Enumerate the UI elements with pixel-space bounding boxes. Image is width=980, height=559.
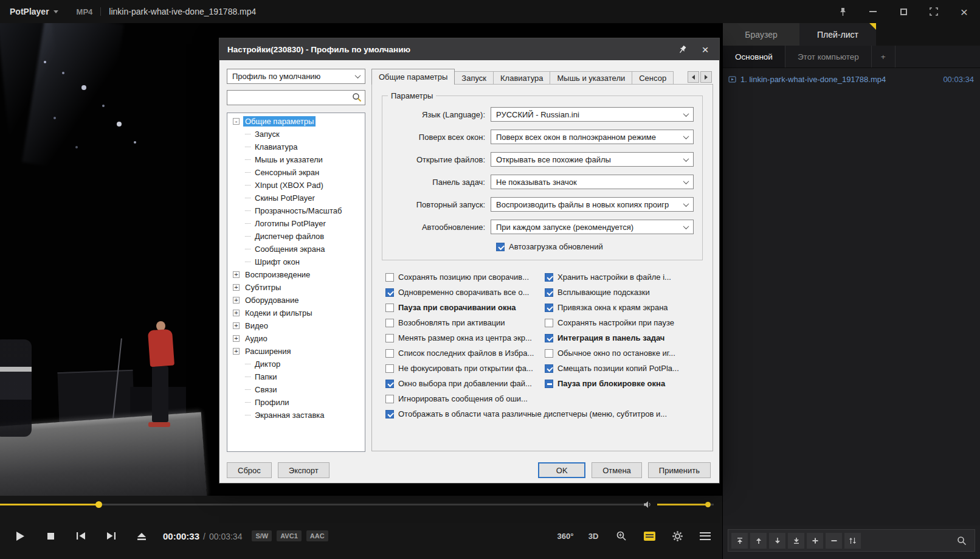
remove-item-button[interactable] [826, 533, 842, 549]
pin-button[interactable] [837, 5, 849, 18]
eject-button[interactable] [126, 523, 157, 549]
checkbox[interactable] [545, 364, 553, 373]
maximize-button[interactable] [897, 5, 909, 18]
checkbox-row[interactable]: Возобновлять при активации [385, 318, 545, 327]
checkbox-row[interactable]: Список последних файлов в Избра... [385, 349, 545, 358]
tree-item[interactable]: XInput (XBOX Pad) [229, 179, 364, 192]
minimize-button[interactable] [867, 5, 879, 18]
checkbox[interactable] [545, 288, 553, 297]
dialog-close-button[interactable]: × [699, 43, 711, 55]
tree-item[interactable]: + Оборудование [229, 294, 364, 307]
checkbox[interactable] [385, 304, 394, 312]
seek-thumb[interactable] [95, 501, 102, 508]
apply-button[interactable]: Применить [648, 462, 711, 478]
tree-item[interactable]: Диспетчер файлов [229, 230, 364, 243]
tree-expand-icon[interactable]: - [233, 118, 240, 125]
autoload-updates-checkbox-row[interactable]: Автозагрузка обновлений [496, 242, 694, 251]
checkbox[interactable] [385, 380, 394, 388]
tree-item[interactable]: + Аудио [229, 332, 364, 345]
settings-tab[interactable]: Общие параметры [371, 69, 455, 85]
tree-item[interactable]: Мышь и указатели [229, 153, 364, 166]
playlist-item[interactable]: 1. linkin-park-what-ive-done_191788.mp4 … [723, 71, 980, 88]
settings-tab[interactable]: Мышь и указатели [550, 71, 632, 85]
tree-item[interactable]: Диктор [229, 358, 364, 370]
next-button[interactable] [96, 523, 126, 549]
settings-search-input[interactable] [227, 90, 365, 105]
param-dropdown[interactable]: Открывать все похожие файлы [491, 152, 694, 167]
checkbox-row[interactable]: Сохранять позицию при сворачив... [385, 273, 545, 282]
tree-item[interactable]: Сообщения экрана [229, 243, 364, 255]
playlist-subtab[interactable]: Этот компьютер [785, 46, 872, 68]
tree-item[interactable]: Сенсорный экран [229, 166, 364, 179]
stop-button[interactable] [35, 523, 66, 549]
app-menu-button[interactable]: PotPlayer [10, 7, 49, 16]
tree-item[interactable]: Профили [229, 396, 364, 409]
tree-item[interactable]: Папки [229, 370, 364, 383]
volume-thumb[interactable] [705, 502, 711, 507]
playlist-panel-tab[interactable]: Плей-лист [799, 23, 876, 46]
checkbox[interactable] [496, 243, 505, 251]
3d-mode-button[interactable]: 3D [581, 523, 606, 549]
tree-item[interactable]: Логотипы PotPlayer [229, 217, 364, 230]
tab-scroll-left-button[interactable] [688, 71, 699, 83]
checkbox[interactable] [545, 304, 553, 312]
tree-item[interactable]: + Видео [229, 319, 364, 332]
tree-expand-icon[interactable]: + [233, 297, 240, 304]
settings-tab[interactable]: Клавиатура [493, 71, 550, 85]
rotate-360-button[interactable]: 360° [553, 523, 578, 549]
param-dropdown[interactable]: Воспроизводить файлы в новых копиях прои… [491, 197, 694, 212]
checkbox[interactable] [385, 288, 394, 297]
tree-item[interactable]: + Расширения [229, 345, 364, 358]
volume-slider[interactable] [657, 504, 714, 505]
tree-item[interactable]: Экранная заставка [229, 409, 364, 422]
checkbox[interactable] [545, 273, 553, 282]
tree-item[interactable]: Связи [229, 383, 364, 396]
tree-item[interactable]: + Кодеки и фильтры [229, 307, 364, 319]
previous-button[interactable] [66, 523, 96, 549]
checkbox-row[interactable]: Не фокусировать при открытии фа... [385, 364, 545, 373]
fullscreen-button[interactable] [928, 5, 940, 18]
move-top-button[interactable] [731, 533, 748, 549]
reset-button[interactable]: Сброс [227, 462, 272, 478]
add-item-button[interactable] [807, 533, 823, 549]
checkbox[interactable] [385, 395, 394, 403]
tree-expand-icon[interactable]: + [233, 271, 240, 278]
tree-expand-icon[interactable]: + [233, 348, 240, 355]
search-icon[interactable] [352, 92, 362, 102]
param-dropdown[interactable]: РУССКИЙ - Russian.ini [491, 107, 694, 122]
checkbox-row[interactable]: Пауза при сворачивании окна [385, 303, 545, 312]
seek-bar[interactable] [0, 504, 643, 505]
checkbox-row[interactable]: Окно выбора при добавлении фай... [385, 379, 545, 388]
speaker-icon[interactable] [643, 501, 652, 509]
subtitles-button[interactable] [637, 523, 661, 549]
param-dropdown[interactable]: Не показывать значок [491, 175, 694, 189]
playlist-search-button[interactable] [952, 533, 971, 549]
checkbox[interactable] [385, 410, 394, 418]
checkbox[interactable] [545, 380, 553, 388]
tree-expand-icon[interactable]: + [233, 310, 240, 316]
settings-tab[interactable]: Сенсор [632, 71, 674, 85]
checkbox[interactable] [385, 273, 394, 282]
checkbox-row[interactable]: Привязка окна к краям экрана [545, 303, 704, 312]
checkbox[interactable] [545, 319, 553, 327]
export-button[interactable]: Экспорт [278, 462, 330, 478]
dialog-pin-button[interactable] [676, 43, 688, 55]
tree-item[interactable]: Скины PotPlayer [229, 192, 364, 204]
tree-item[interactable]: + Субтитры [229, 281, 364, 294]
checkbox-row[interactable]: Отображать в области чата различные дисп… [385, 409, 705, 418]
checkbox-row[interactable]: Интеграция в панель задач [545, 333, 704, 342]
menu-button[interactable] [693, 523, 717, 549]
tree-item[interactable]: Шрифт окон [229, 255, 364, 268]
checkbox[interactable] [385, 319, 394, 327]
checkbox[interactable] [545, 334, 553, 342]
zoom-search-button[interactable] [609, 523, 633, 549]
param-dropdown[interactable]: При каждом запуске (рекомендуется) [491, 220, 694, 234]
playlist-panel-tab[interactable]: Браузер [723, 23, 799, 46]
ok-button[interactable]: OK [538, 462, 585, 478]
move-up-button[interactable] [750, 533, 767, 549]
checkbox-row[interactable]: Сохранять настройки при паузе [545, 318, 704, 327]
tree-item[interactable]: Прозрачность/Масштаб [229, 204, 364, 217]
checkbox-row[interactable]: Обычное окно по остановке иг... [545, 349, 704, 358]
settings-button[interactable] [665, 523, 689, 549]
tree-expand-icon[interactable]: + [233, 322, 240, 329]
